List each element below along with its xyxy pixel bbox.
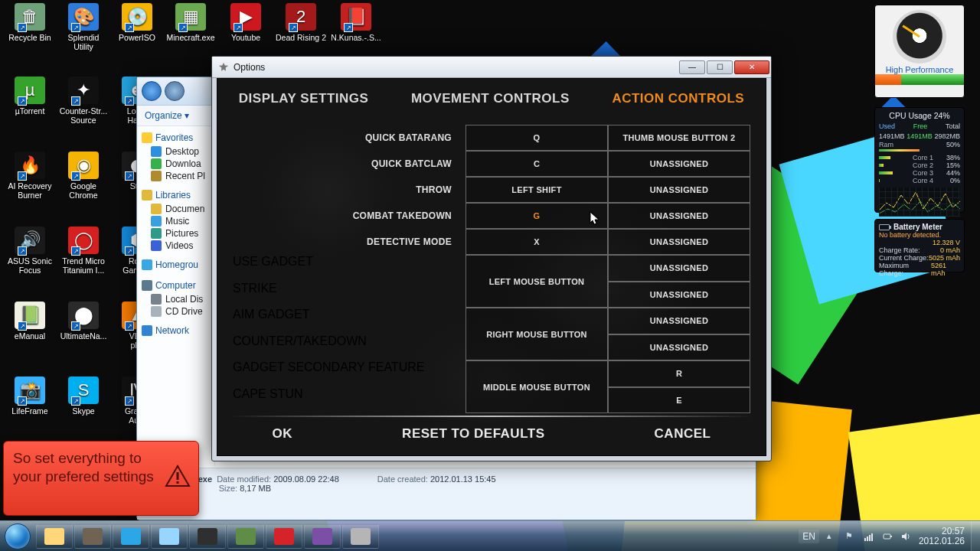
- cancel-button[interactable]: CANCEL: [655, 426, 711, 442]
- core-row: Core 215%: [879, 161, 960, 169]
- reset-button[interactable]: RESET TO DEFAULTS: [402, 426, 544, 442]
- language-indicator[interactable]: EN: [799, 530, 819, 543]
- explorer-sidebar: Favorites Desktop Downloa Recent Pl Libr…: [137, 126, 215, 466]
- sidebar-videos[interactable]: Videos: [142, 240, 210, 252]
- desktop-icon-splendid-utility[interactable]: 🎨↗Splendid Utility: [58, 3, 109, 51]
- primary-binding[interactable]: LEFT MOUSE BUTTON: [466, 255, 608, 308]
- desktop-icon-poweriso[interactable]: 💿↗PowerISO: [112, 3, 162, 42]
- minimize-button[interactable]: —: [679, 60, 705, 74]
- secondary-binding[interactable]: R: [608, 360, 750, 387]
- sidebar-localdisk[interactable]: Local Dis: [142, 293, 210, 305]
- taskbar[interactable]: EN ▴ ⚑ 20:572012.01.26: [0, 520, 980, 551]
- secondary-binding[interactable]: THUMB MOUSE BUTTON 2: [608, 125, 750, 151]
- primary-binding[interactable]: RIGHT MOUSE BUTTON: [466, 308, 608, 360]
- desktop-icon-recycle-bin[interactable]: 🗑↗Recycle Bin: [5, 3, 55, 42]
- binding-label: QUICK BATARANG: [233, 125, 466, 151]
- title-bar[interactable]: Options — ☐ ✕: [212, 57, 771, 78]
- sidebar-pictures[interactable]: Pictures: [142, 227, 210, 240]
- secondary-binding[interactable]: E: [608, 387, 750, 414]
- power-icon[interactable]: [882, 531, 893, 542]
- explorer-details: BmLauncher.exe Date modified: 2009.08.09…: [137, 468, 756, 520]
- svg-rect-1: [177, 481, 179, 484]
- sidebar-desktop[interactable]: Desktop: [142, 145, 210, 158]
- taskbar-item[interactable]: [227, 524, 264, 549]
- volume-icon[interactable]: [900, 531, 911, 542]
- taskbar-item[interactable]: [304, 524, 341, 549]
- maximize-button[interactable]: ☐: [707, 60, 733, 74]
- battery-gadget[interactable]: Battery Meter No battery detected. 12.32…: [874, 219, 965, 272]
- core-row: Core 138%: [879, 154, 960, 161]
- primary-binding[interactable]: G: [466, 203, 608, 229]
- sidebar-cddrive[interactable]: CD Drive: [142, 305, 210, 318]
- taskbar-item[interactable]: [189, 524, 226, 549]
- binding-label: QUICK BATCLAW: [233, 151, 466, 177]
- ok-button[interactable]: OK: [273, 426, 293, 442]
- options-window[interactable]: Options — ☐ ✕ DISPLAY SETTINGS MOVEMENT …: [211, 56, 772, 461]
- primary-binding[interactable]: LEFT SHIFT: [466, 177, 608, 203]
- sidebar-network[interactable]: Network: [155, 325, 189, 336]
- taskbar-item[interactable]: [151, 524, 188, 549]
- forward-button[interactable]: [165, 81, 185, 101]
- secondary-binding[interactable]: UNASSIGNED: [608, 282, 750, 308]
- sidebar-downloads[interactable]: Downloa: [142, 158, 210, 170]
- sidebar-libraries[interactable]: Libraries: [155, 190, 191, 201]
- close-button[interactable]: ✕: [734, 60, 769, 74]
- secondary-binding[interactable]: UNASSIGNED: [608, 151, 750, 177]
- tab-movement[interactable]: MOVEMENT CONTROLS: [411, 91, 570, 106]
- primary-binding[interactable]: C: [466, 151, 608, 177]
- sidebar-computer[interactable]: Computer: [155, 280, 196, 291]
- flag-icon[interactable]: ⚑: [845, 531, 856, 542]
- back-button[interactable]: [142, 81, 162, 101]
- secondary-binding[interactable]: UNASSIGNED: [608, 334, 750, 361]
- desktop-icon-pdf[interactable]: 📕↗N.Kunas.-.S...: [331, 3, 381, 42]
- taskbar-item[interactable]: [113, 524, 149, 549]
- binding-label: USE GADGET: [233, 255, 466, 282]
- secondary-binding[interactable]: UNASSIGNED: [608, 229, 750, 255]
- desktop-icon-deadrising2[interactable]: 2↗Dead Rising 2: [276, 3, 326, 42]
- desktop-icon-youtube[interactable]: ▶↗Youtube: [220, 3, 271, 42]
- desktop-icon-lifeframe[interactable]: 📸↗LifeFrame: [5, 377, 55, 416]
- sidebar-homegroup[interactable]: Homegrou: [155, 259, 198, 270]
- show-desktop[interactable]: [971, 521, 980, 552]
- desktop-icon-skype[interactable]: S↗Skype: [58, 377, 109, 416]
- taskbar-item[interactable]: [74, 524, 111, 549]
- tab-action[interactable]: ACTION CONTROLS: [612, 91, 744, 106]
- tab-display[interactable]: DISPLAY SETTINGS: [239, 91, 369, 106]
- cpu-gadget[interactable]: CPU Usage 24% UsedFreeTotal 1491MB1491MB…: [874, 107, 965, 213]
- secondary-binding[interactable]: UNASSIGNED: [608, 308, 750, 334]
- start-button[interactable]: [0, 521, 35, 552]
- sidebar-music[interactable]: Music: [142, 215, 210, 227]
- desktop-icon-css[interactable]: ✦↗Counter-Str... Source: [58, 77, 109, 125]
- wifi-icon[interactable]: [864, 531, 874, 542]
- sidebar-documents[interactable]: Documen: [142, 203, 210, 215]
- system-tray[interactable]: EN ▴ ⚑ 20:572012.01.26: [792, 527, 971, 546]
- binding-label: THROW: [233, 177, 466, 203]
- annotation-caption: So set everything to your prefered setti…: [3, 441, 199, 516]
- taskbar-explorer[interactable]: [36, 524, 73, 549]
- caption-text: So set everything to your prefered setti…: [13, 450, 154, 484]
- primary-binding[interactable]: MIDDLE MOUSE BUTTON: [466, 360, 608, 413]
- clock[interactable]: 20:572012.01.26: [919, 527, 965, 546]
- desktop-icon-ultn[interactable]: ⬤↗UltimateNa...: [58, 302, 109, 341]
- sidebar-recent[interactable]: Recent Pl: [142, 170, 210, 182]
- primary-binding[interactable]: Q: [466, 125, 608, 151]
- desktop-icon-trend[interactable]: ◯↗Trend Micro Titanium I...: [58, 227, 109, 275]
- desktop-icon-chrome[interactable]: ◉↗Google Chrome: [58, 152, 109, 200]
- tray-up-icon[interactable]: ▴: [827, 531, 838, 542]
- secondary-binding[interactable]: UNASSIGNED: [608, 203, 750, 229]
- taskbar-item[interactable]: [342, 524, 379, 549]
- desktop-icon-minecraft[interactable]: ▦↗Minecraft.exe: [165, 3, 216, 42]
- desktop-icon-airecovery[interactable]: 🔥↗AI Recovery Burner: [5, 152, 55, 200]
- desktop-icon-sonic[interactable]: 🔊↗ASUS Sonic Focus: [5, 227, 55, 275]
- secondary-binding[interactable]: UNASSIGNED: [608, 255, 750, 282]
- primary-binding[interactable]: X: [466, 229, 608, 255]
- taskbar-item[interactable]: [266, 524, 302, 549]
- organize-menu[interactable]: Organize ▾: [145, 110, 189, 121]
- desktop-icon-utorrent[interactable]: µ↗µTorrent: [5, 77, 55, 116]
- secondary-binding[interactable]: UNASSIGNED: [608, 177, 750, 203]
- star-icon: [142, 132, 152, 143]
- svg-rect-4: [869, 535, 871, 541]
- sidebar-favorites[interactable]: Favorites: [155, 132, 193, 143]
- performance-gadget[interactable]: High Performance: [874, 5, 965, 98]
- desktop-icon-emanual[interactable]: 📗↗eManual: [5, 302, 55, 341]
